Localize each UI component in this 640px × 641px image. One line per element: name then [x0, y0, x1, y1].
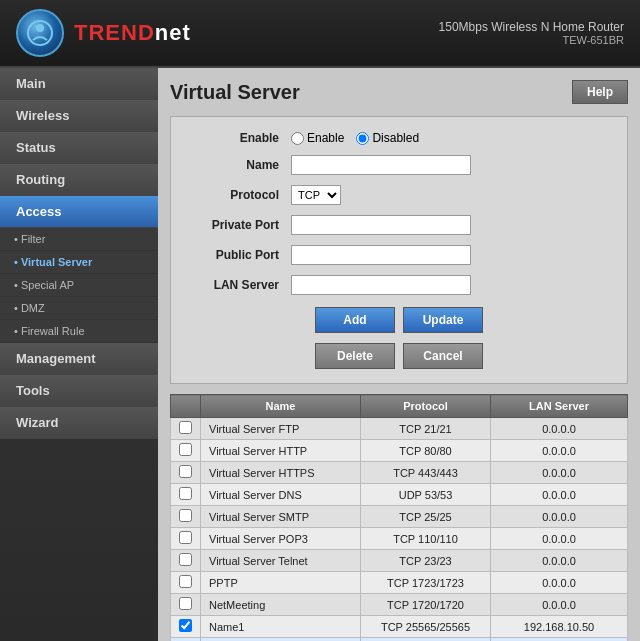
virtual-server-form: Enable Enable Disabled Name	[170, 116, 628, 384]
row-checkbox[interactable]	[179, 619, 192, 632]
row-checkbox-cell	[171, 638, 201, 642]
sidebar-item-tools[interactable]: Tools	[0, 375, 158, 407]
row-protocol: UDP 53/53	[361, 484, 491, 506]
row-lan: 0.0.0.0	[491, 572, 628, 594]
sidebar-item-management[interactable]: Management	[0, 343, 158, 375]
add-button[interactable]: Add	[315, 307, 395, 333]
enable-radio-label[interactable]: Enable	[291, 131, 344, 145]
lan-server-row: LAN Server	[171, 271, 627, 299]
help-button[interactable]: Help	[572, 80, 628, 104]
sidebar-sub-virtual-server[interactable]: Virtual Server	[0, 251, 158, 274]
main-layout: Main Wireless Status Routing Access Filt…	[0, 68, 640, 641]
lan-server-input[interactable]	[291, 275, 471, 295]
device-info: 150Mbps Wireless N Home Router TEW-651BR	[439, 20, 624, 46]
row-checkbox[interactable]	[179, 465, 192, 478]
table-row: Virtual Server TelnetTCP 23/230.0.0.0	[171, 550, 628, 572]
enable-row: Enable Enable Disabled	[171, 127, 627, 149]
public-port-input[interactable]	[291, 245, 471, 265]
lan-server-control	[291, 275, 617, 295]
name-row: Name	[171, 151, 627, 179]
private-port-label: Private Port	[181, 218, 291, 232]
row-protocol: UDP 25565/25565	[361, 638, 491, 642]
private-port-control	[291, 215, 617, 235]
row-name: Virtual Server POP3	[201, 528, 361, 550]
row-name: Name2	[201, 638, 361, 642]
button-row-top: Add Update	[171, 301, 627, 337]
disabled-radio[interactable]	[356, 132, 369, 145]
row-lan: 0.0.0.0	[491, 440, 628, 462]
row-checkbox-cell	[171, 550, 201, 572]
table-row: Virtual Server DNSUDP 53/530.0.0.0	[171, 484, 628, 506]
row-checkbox[interactable]	[179, 509, 192, 522]
brand-name: TRENDnet	[74, 20, 191, 46]
col-header-protocol: Protocol	[361, 395, 491, 418]
cancel-button[interactable]: Cancel	[403, 343, 483, 369]
row-lan: 0.0.0.0	[491, 462, 628, 484]
row-name: Virtual Server SMTP	[201, 506, 361, 528]
name-input[interactable]	[291, 155, 471, 175]
protocol-select[interactable]: TCP UDP Both	[291, 185, 341, 205]
row-name: Virtual Server DNS	[201, 484, 361, 506]
page-header: TRENDnet 150Mbps Wireless N Home Router …	[0, 0, 640, 68]
table-row: Virtual Server HTTPSTCP 443/4430.0.0.0	[171, 462, 628, 484]
sidebar-sub-firewall-rule[interactable]: Firewall Rule	[0, 320, 158, 343]
row-checkbox-cell	[171, 572, 201, 594]
row-checkbox-cell	[171, 440, 201, 462]
row-lan: 0.0.0.0	[491, 594, 628, 616]
lan-server-label: LAN Server	[181, 278, 291, 292]
enable-control: Enable Disabled	[291, 131, 617, 145]
row-protocol: TCP 443/443	[361, 462, 491, 484]
name-control	[291, 155, 617, 175]
name-label: Name	[181, 158, 291, 172]
row-protocol: TCP 110/110	[361, 528, 491, 550]
enable-label: Enable	[181, 131, 291, 145]
virtual-server-table: Name Protocol LAN Server Virtual Server …	[170, 394, 628, 641]
enable-radio[interactable]	[291, 132, 304, 145]
row-name: Virtual Server HTTPS	[201, 462, 361, 484]
sidebar-sub-filter[interactable]: Filter	[0, 228, 158, 251]
row-protocol: TCP 21/21	[361, 418, 491, 440]
col-header-lan: LAN Server	[491, 395, 628, 418]
update-button[interactable]: Update	[403, 307, 483, 333]
svg-point-1	[36, 24, 44, 32]
private-port-input[interactable]	[291, 215, 471, 235]
row-lan: 0.0.0.0	[491, 528, 628, 550]
table-row: Name1TCP 25565/25565192.168.10.50	[171, 616, 628, 638]
row-checkbox-cell	[171, 484, 201, 506]
row-checkbox[interactable]	[179, 575, 192, 588]
model-number: TEW-651BR	[439, 34, 624, 46]
table-row: NetMeetingTCP 1720/17200.0.0.0	[171, 594, 628, 616]
page-title: Virtual Server	[170, 81, 300, 104]
protocol-row: Protocol TCP UDP Both	[171, 181, 627, 209]
row-checkbox[interactable]	[179, 597, 192, 610]
row-checkbox-cell	[171, 594, 201, 616]
row-lan: 192.168.10.50	[491, 638, 628, 642]
col-header-check	[171, 395, 201, 418]
sidebar-item-main[interactable]: Main	[0, 68, 158, 100]
row-checkbox[interactable]	[179, 553, 192, 566]
row-protocol: TCP 25565/25565	[361, 616, 491, 638]
sidebar-item-status[interactable]: Status	[0, 132, 158, 164]
sidebar-sub-dmz[interactable]: DMZ	[0, 297, 158, 320]
row-checkbox[interactable]	[179, 443, 192, 456]
row-lan: 0.0.0.0	[491, 484, 628, 506]
disabled-radio-label[interactable]: Disabled	[356, 131, 419, 145]
row-protocol: TCP 1720/1720	[361, 594, 491, 616]
row-checkbox[interactable]	[179, 531, 192, 544]
row-protocol: TCP 25/25	[361, 506, 491, 528]
row-name: Name1	[201, 616, 361, 638]
row-lan: 0.0.0.0	[491, 418, 628, 440]
row-checkbox-cell	[171, 616, 201, 638]
row-checkbox[interactable]	[179, 421, 192, 434]
row-checkbox-cell	[171, 418, 201, 440]
table-row: Virtual Server SMTPTCP 25/250.0.0.0	[171, 506, 628, 528]
table-header-row: Name Protocol LAN Server	[171, 395, 628, 418]
row-checkbox[interactable]	[179, 487, 192, 500]
sidebar-sub-special-ap[interactable]: Special AP	[0, 274, 158, 297]
row-lan: 0.0.0.0	[491, 550, 628, 572]
sidebar-item-wizard[interactable]: Wizard	[0, 407, 158, 439]
sidebar-item-wireless[interactable]: Wireless	[0, 100, 158, 132]
sidebar-item-routing[interactable]: Routing	[0, 164, 158, 196]
delete-button[interactable]: Delete	[315, 343, 395, 369]
sidebar-item-access[interactable]: Access	[0, 196, 158, 228]
